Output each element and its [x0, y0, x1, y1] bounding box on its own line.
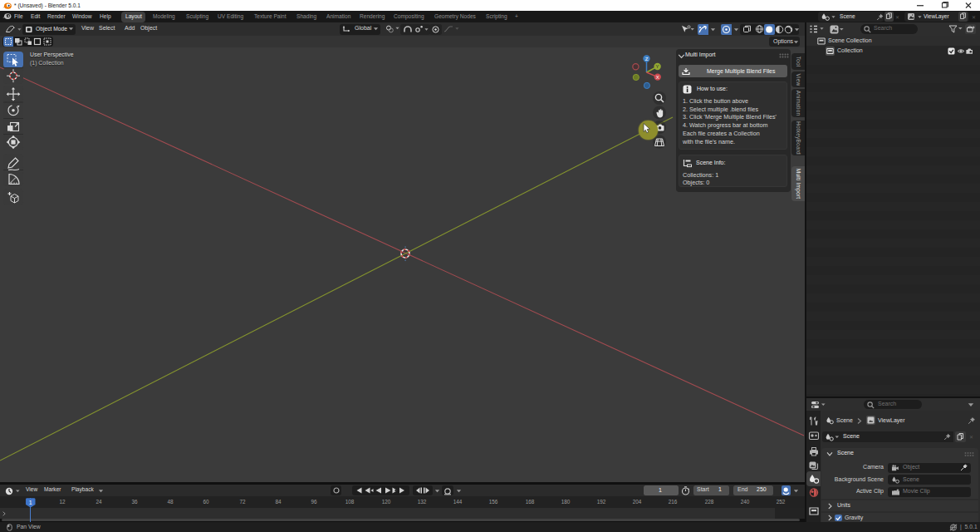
- svg-text:X: X: [656, 75, 659, 80]
- svg-text:1: 1: [29, 500, 32, 505]
- svg-text:Y: Y: [656, 64, 659, 69]
- svg-text:Z: Z: [645, 57, 649, 62]
